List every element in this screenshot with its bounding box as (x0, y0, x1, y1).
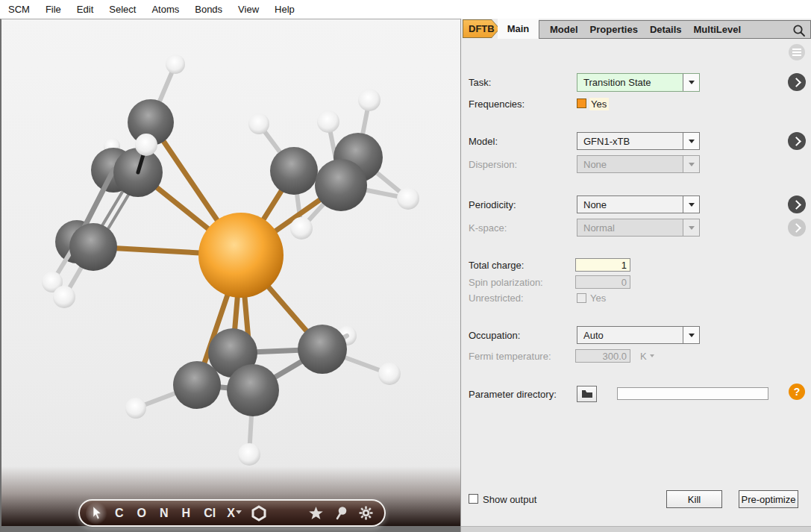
dispersion-label: Dispersion: (469, 159, 517, 170)
dispersion-dropdown-arrow-icon (683, 156, 699, 172)
element-button-Cl[interactable]: Cl (197, 502, 222, 525)
carbon-atom[interactable] (270, 147, 318, 195)
hydrogen-atom[interactable] (125, 398, 146, 419)
periodicity-detail-button[interactable] (788, 195, 806, 213)
fermi-temperature-input (575, 349, 630, 363)
molecule-render[interactable] (1, 19, 462, 532)
occupation-dropdown[interactable]: Auto (577, 326, 700, 344)
total-charge-input[interactable] (575, 258, 630, 272)
element-button-H[interactable]: H (175, 502, 198, 525)
kspace-label: K-space: (469, 222, 507, 234)
hydrogen-atom[interactable] (317, 110, 339, 133)
hydrogen-atom[interactable] (378, 363, 401, 385)
gear-icon (358, 505, 374, 521)
spin-polarization-row: Spin polarization: (461, 275, 811, 289)
show-output-checkbox[interactable] (469, 494, 478, 504)
kill-button[interactable]: Kill (666, 490, 722, 508)
menu-edit[interactable]: Edit (77, 4, 93, 15)
model-label: Model: (469, 136, 498, 147)
kspace-row: K-space: Normal (461, 219, 811, 237)
periodicity-dropdown[interactable]: None (577, 195, 700, 213)
ring-tool-button[interactable] (245, 502, 273, 525)
element-button-N[interactable]: N (153, 502, 175, 525)
element-button-O[interactable]: O (131, 502, 153, 525)
hydrogen-atom[interactable] (358, 89, 381, 111)
preoptimize-button[interactable]: Pre-optimize (739, 490, 798, 508)
tab-multilevel[interactable]: MultiLevel (688, 24, 748, 35)
periodicity-value: None (577, 199, 683, 210)
periodicity-dropdown-arrow-icon[interactable] (683, 196, 699, 213)
method-tab-dftb[interactable]: DFTB (463, 19, 500, 38)
unrestricted-value: Yes (590, 292, 606, 304)
hydrogen-atom[interactable] (397, 187, 419, 210)
star-icon (308, 506, 324, 521)
panel-content: Task: Transition State Frequencies: Yes … (461, 39, 811, 532)
menu-bar: SCM File Edit Select Atoms Bonds View He… (0, 0, 811, 19)
model-dropdown-arrow-icon[interactable] (683, 133, 699, 149)
unit-dropdown-triangle-icon (650, 354, 654, 357)
model-row: Model: GFN1-xTB (461, 132, 811, 150)
hydrogen-atom[interactable] (248, 113, 269, 134)
guide-balloon-button[interactable] (334, 502, 348, 525)
hydrogen-atom[interactable] (166, 54, 185, 74)
spin-polarization-input (575, 275, 630, 289)
metal-atom[interactable] (198, 213, 284, 298)
frequencies-label: Frequencies: (469, 98, 525, 110)
task-dropdown[interactable]: Transition State (577, 73, 700, 92)
periodicity-label: Periodicity: (469, 199, 516, 210)
unrestricted-row: Unrestricted: Yes (461, 292, 811, 304)
select-cursor-tool[interactable] (86, 502, 108, 525)
carbon-atom[interactable] (298, 325, 347, 374)
task-dropdown-arrow-icon[interactable] (683, 74, 699, 91)
menu-scm[interactable]: SCM (8, 4, 30, 15)
menu-bonds[interactable]: Bonds (195, 4, 222, 15)
hydrogen-atom[interactable] (53, 286, 75, 308)
search-icon[interactable] (792, 24, 806, 37)
fermi-temperature-unit: K (640, 351, 654, 362)
hydrogen-atom[interactable] (290, 217, 313, 240)
hydrogen-atom[interactable] (135, 134, 157, 156)
kspace-dropdown: Normal (577, 219, 700, 237)
element-picker-button[interactable]: X (222, 502, 245, 525)
settings-button[interactable] (358, 502, 374, 525)
carbon-atom[interactable] (315, 159, 367, 211)
panel-menu-button[interactable] (789, 44, 805, 60)
unit-label: K (640, 351, 647, 362)
element-button-C[interactable]: C (108, 502, 131, 525)
molecule-viewer[interactable]: C O N H Cl X (0, 19, 460, 532)
model-detail-button[interactable] (788, 132, 806, 150)
task-detail-button[interactable] (788, 73, 806, 91)
parameter-directory-row: Parameter directory: (461, 385, 811, 403)
unrestricted-label: Unrestricted: (469, 292, 524, 304)
occupation-dropdown-arrow-icon[interactable] (683, 327, 699, 343)
frequencies-checkbox[interactable] (577, 98, 586, 108)
fermi-temperature-row: Fermi temperature: K (461, 349, 811, 363)
browse-folder-button[interactable] (577, 386, 597, 402)
footer-row: Show output Kill Pre-optimize (461, 489, 811, 509)
parameter-directory-label: Parameter directory: (469, 389, 557, 400)
carbon-atom[interactable] (227, 364, 279, 416)
model-dropdown[interactable]: GFN1-xTB (577, 132, 700, 150)
dispersion-dropdown: None (577, 155, 700, 173)
periodicity-row: Periodicity: None (461, 195, 811, 213)
tab-properties[interactable]: Properties (584, 24, 644, 35)
tab-main-selected[interactable]: Main (498, 19, 539, 39)
occupation-label: Occupation: (469, 330, 520, 341)
occupation-value: Auto (577, 330, 683, 341)
total-charge-row: Total charge: (461, 258, 811, 272)
menu-view[interactable]: View (238, 4, 259, 15)
menu-file[interactable]: File (46, 4, 61, 15)
carbon-atom[interactable] (69, 223, 117, 271)
total-charge-label: Total charge: (469, 260, 524, 271)
hydrogen-atom[interactable] (238, 443, 260, 466)
parameter-directory-help-button[interactable]: ? (789, 384, 805, 400)
structure-tool-button[interactable] (308, 502, 324, 525)
tab-model[interactable]: Model (544, 24, 584, 35)
parameter-directory-input[interactable] (617, 387, 768, 400)
kspace-detail-button (788, 219, 806, 237)
menu-select[interactable]: Select (109, 4, 136, 15)
tab-details[interactable]: Details (644, 24, 688, 35)
atom-toolbar: C O N H Cl X (78, 499, 386, 527)
menu-atoms[interactable]: Atoms (151, 4, 179, 15)
menu-help[interactable]: Help (275, 4, 295, 15)
